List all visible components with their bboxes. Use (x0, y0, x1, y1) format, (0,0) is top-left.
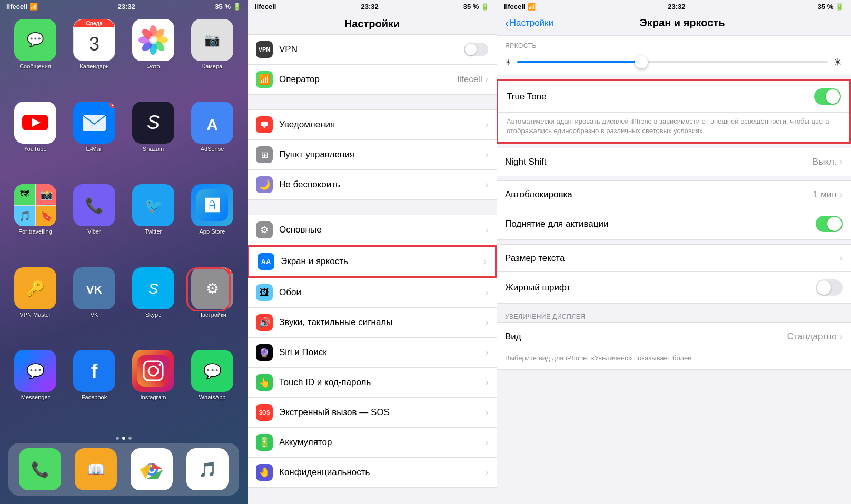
battery-settings: 35 % 🔋 (463, 3, 489, 11)
app-icon-twitter: 🐦 (132, 184, 174, 226)
app-label-calendar: Календарь (80, 63, 109, 70)
toggle-vpn[interactable] (464, 43, 488, 56)
app-facebook[interactable]: f Facebook (67, 350, 121, 427)
app-icon-youtube (14, 102, 56, 144)
label-sounds: Звуки, тактильные сигналы (279, 317, 486, 328)
svg-text:📖: 📖 (87, 461, 105, 478)
app-camera[interactable]: 📷 Камера (185, 19, 239, 96)
dock-chrome[interactable] (125, 448, 178, 490)
chevron-notifications: › (486, 120, 488, 129)
app-viber[interactable]: 📞 Viber (67, 184, 121, 261)
app-maps[interactable]: 🗺 📸 🎵 🔖 For travelling (8, 184, 62, 261)
app-photos[interactable]: Фото (126, 19, 180, 96)
back-button[interactable]: ‹ Настройки (505, 17, 553, 29)
label-battery: Аккумулятор (279, 437, 486, 448)
app-instagram[interactable]: Instagram (126, 350, 180, 427)
app-icon-vpnmaster: 🔑 (14, 267, 56, 309)
settings-item-privacy[interactable]: 🤚 Конфиденциальность › (248, 458, 497, 488)
app-youtube[interactable]: YouTube (8, 102, 62, 179)
app-settings[interactable]: ⚙ 1 Настройки (185, 267, 239, 345)
battery-home: 35 % (215, 3, 231, 11)
app-icon-skype: S (132, 267, 174, 309)
boldfont-toggle[interactable] (816, 279, 843, 296)
app-icon-vk: VK (73, 267, 115, 309)
brightness-slider[interactable] (517, 61, 828, 63)
display-item-autolock[interactable]: Автоблокировка 1 мин › (497, 181, 851, 208)
status-bar-display: lifecell 📶 23:32 35 % 🔋 (497, 0, 851, 13)
app-shazam[interactable]: S Shazam (126, 102, 180, 179)
app-vk[interactable]: VK VK (67, 267, 121, 345)
app-whatsapp[interactable]: 💬 WhatsApp (185, 350, 239, 427)
display-item-raise[interactable]: Поднятие для активации (497, 208, 851, 239)
battery-icon: 🔋 (233, 3, 241, 11)
app-label-camera: Камера (202, 63, 222, 70)
settings-item-donotdisturb[interactable]: 🌙 Не беспокоить › (248, 170, 497, 200)
chevron-sounds: › (486, 318, 488, 327)
label-donotdisturb: Не беспокоить (279, 179, 486, 190)
true-tone-item[interactable]: True Tone (498, 81, 849, 113)
app-messages[interactable]: 💬 Сообщения (8, 19, 62, 96)
label-nightshift: Night Shift (505, 157, 813, 167)
app-calendar[interactable]: Среда 3 Календарь (67, 19, 121, 96)
dock-icon-music: 🎵 (186, 448, 229, 490)
label-general: Основные (279, 225, 486, 235)
page-dots (0, 434, 248, 443)
chevron-wallpaper: › (486, 288, 488, 297)
status-bar-left: lifecell 📶 (6, 3, 38, 11)
settings-section-display3: Размер текста › Жирный шрифт (497, 244, 851, 304)
settings-item-touchid[interactable]: 👆 Touch ID и код-пароль › (248, 368, 497, 398)
settings-item-operator[interactable]: 📶 Оператор lifecell › (248, 65, 497, 95)
dock-icon-books: 📖 (75, 448, 117, 490)
settings-item-general[interactable]: ⚙ Основные › (248, 215, 497, 245)
chevron-display: › (484, 257, 487, 266)
brightness-slider-row: ☀ ☀ (497, 52, 851, 75)
app-twitter[interactable]: 🐦 Twitter (126, 184, 180, 261)
app-adsense[interactable]: A AdSense (185, 102, 239, 179)
app-vpnmaster[interactable]: 🔑 VPN Master (8, 267, 62, 345)
display-item-view[interactable]: Вид Стандартно › (497, 323, 851, 350)
label-wallpaper: Обои (279, 287, 486, 298)
settings-item-siri[interactable]: 🔮 Siri и Поиск › (248, 338, 497, 368)
dock-books[interactable]: 📖 (70, 448, 122, 490)
settings-screen: lifecell 23:32 35 % 🔋 Настройки VPN VPN … (248, 0, 497, 504)
app-label-appstore: App Store (200, 228, 225, 235)
settings-item-notifications[interactable]: Уведомления › (248, 109, 497, 140)
true-tone-description: Автоматически адаптировать дисплей iPhon… (498, 113, 849, 142)
icon-siri: 🔮 (256, 344, 273, 361)
settings-item-controlcenter[interactable]: ⊞ Пункт управления › (248, 140, 497, 170)
settings-item-display[interactable]: AA Экран и яркость › (248, 245, 497, 278)
label-vpn: VPN (279, 44, 464, 55)
display-item-textsize[interactable]: Размер текста › (497, 245, 851, 272)
app-label-viber: Viber (87, 228, 101, 235)
app-label-skype: Skype (145, 311, 162, 318)
app-skype[interactable]: S Skype (126, 267, 180, 345)
raise-toggle[interactable] (816, 216, 843, 232)
label-display: Экран и яркость (281, 256, 484, 267)
chevron-autolock: › (840, 190, 843, 199)
dock-phone[interactable]: 📞 (14, 448, 66, 490)
settings-title: Настройки (248, 13, 497, 34)
app-icon-viber: 📞 (73, 184, 115, 226)
settings-item-wallpaper[interactable]: 🖼 Обои › (248, 278, 497, 308)
display-item-nightshift[interactable]: Night Shift Выкл. › (497, 148, 851, 176)
chevron-controlcenter: › (486, 150, 488, 159)
chevron-operator: › (486, 75, 488, 84)
app-appstore[interactable]: 🅰 App Store (185, 184, 239, 261)
icon-notifications (256, 116, 273, 133)
badge-settings: 1 (227, 267, 233, 274)
settings-item-vpn[interactable]: VPN VPN (248, 34, 497, 65)
settings-item-sos[interactable]: SOS Экстренный вызов — SOS › (248, 398, 497, 428)
settings-item-sounds[interactable]: 🔊 Звуки, тактильные сигналы › (248, 308, 497, 338)
app-label-maps: For travelling (18, 228, 52, 235)
label-touchid: Touch ID и код-пароль (279, 377, 486, 388)
dock-music[interactable]: 🎵 (181, 448, 234, 490)
svg-text:🔑: 🔑 (26, 280, 45, 297)
app-email[interactable]: 2 E-Mail (67, 102, 121, 179)
settings-item-battery[interactable]: 🔋 Аккумулятор › (248, 428, 497, 458)
app-label-messages: Сообщения (19, 63, 51, 70)
app-messenger[interactable]: 💬 Messenger (8, 350, 62, 427)
svg-rect-41 (137, 355, 169, 387)
icon-wallpaper: 🖼 (256, 284, 273, 301)
display-item-boldfont[interactable]: Жирный шрифт (497, 272, 851, 303)
true-tone-toggle[interactable] (814, 88, 841, 105)
